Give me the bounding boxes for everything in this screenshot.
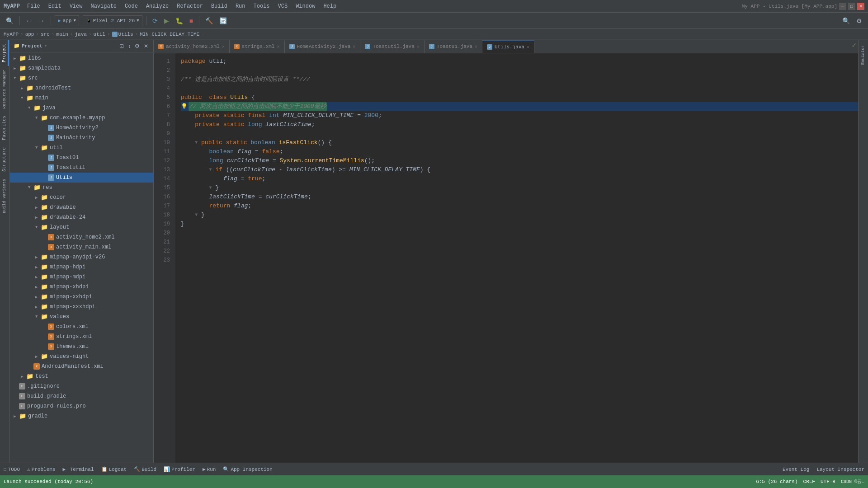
menu-file[interactable]: File [24, 2, 44, 10]
tree-item-strings-xml[interactable]: Xstrings.xml [10, 332, 153, 342]
tree-item-res[interactable]: ▼📁res [10, 183, 153, 192]
menu-help[interactable]: Help [320, 2, 340, 10]
problems-btn[interactable]: ⚠ Problems [27, 466, 55, 472]
code-area[interactable]: package util; /** 这是点击按钮之间的点击时间隔设置 **///… [175, 53, 858, 463]
bread-app[interactable]: app [25, 32, 34, 37]
debug-btn[interactable]: 🐛 [173, 16, 185, 26]
tree-item-test[interactable]: ▶📁test [10, 371, 153, 381]
tree-item-main[interactable]: ▼📁main [10, 93, 153, 103]
menu-window[interactable]: Window [292, 2, 319, 10]
emulator-tab[interactable]: Emulator [860, 42, 867, 68]
tab-close-5[interactable]: ✕ [475, 44, 477, 49]
tree-item-mipmap-hdpi[interactable]: ▶📁mipmap-hdpi [10, 262, 153, 272]
tab-toastutil-java[interactable]: J Toastutil.java ✕ [360, 40, 424, 53]
toolbar-forward-btn[interactable]: → [36, 16, 47, 26]
bread-myapp[interactable]: MyAPP [4, 32, 19, 37]
tree-settings-btn[interactable]: ⚙ [133, 42, 141, 50]
bread-main[interactable]: main [56, 32, 68, 37]
tree-item-sampledata[interactable]: ▶📁sampledata [10, 63, 153, 73]
menu-build[interactable]: Build [208, 2, 231, 10]
favorites-tab[interactable]: Favorites [1, 112, 9, 144]
tree-item-AndroidManifest-xml[interactable]: XAndroidManifest.xml [10, 361, 153, 371]
menu-refactor[interactable]: Refactor [173, 2, 207, 10]
tab-home-activity2-java[interactable]: J HomeActivity2.java ✕ [285, 40, 361, 53]
build-btn-bottom[interactable]: 🔨 Build [134, 466, 156, 472]
tree-item-java[interactable]: ▼📁java [10, 103, 153, 113]
tab-activity-home2-xml[interactable]: X activity_home2.xml ✕ [154, 40, 230, 53]
toolbar-search-btn[interactable]: 🔍 [4, 16, 16, 26]
app-selector-dropdown[interactable]: ▶ app ▼ [55, 15, 79, 26]
maximize-button[interactable]: □ [848, 3, 855, 10]
tree-item-HomeActivity2[interactable]: JHomeActivity2 [10, 123, 153, 133]
menu-run[interactable]: Run [232, 2, 249, 10]
bread-min-click[interactable]: MIN_CLICK_DELAY_TIME [140, 32, 199, 37]
tree-item-androidTest[interactable]: ▶📁androidTest [10, 83, 153, 93]
tree-item-activity-main-xml[interactable]: Xactivity_main.xml [10, 242, 153, 252]
tree-item-mipmap-xhdpi[interactable]: ▶📁mipmap-xhdpi [10, 282, 153, 292]
tree-item-layout[interactable]: ▼📁layout [10, 222, 153, 232]
run-btn[interactable]: ▶ [162, 16, 171, 26]
device-selector-dropdown[interactable]: 📱 Pixel 2 API 26 ▼ [83, 15, 142, 26]
profiler-btn[interactable]: 📊 Profiler [164, 466, 195, 472]
settings-btn[interactable]: ⚙ [854, 16, 864, 26]
menu-edit[interactable]: Edit [45, 2, 65, 10]
tree-item-mipmap-xxhdpi[interactable]: ▶📁mipmap-xxhdpi [10, 292, 153, 302]
tree-item-drawable-24[interactable]: ▶📁drawable-24 [10, 212, 153, 222]
tab-utils-java[interactable]: J Utils.java ✕ [482, 40, 534, 53]
tab-close-6[interactable]: ✕ [527, 44, 529, 50]
sync-btn[interactable]: ⟳ [150, 16, 160, 26]
tree-item-src[interactable]: ▼📁src [10, 73, 153, 83]
tree-item-colors-xml[interactable]: Xcolors.xml [10, 322, 153, 332]
tab-close-1[interactable]: ✕ [222, 44, 225, 49]
tree-item-activity-home2-xml[interactable]: Xactivity_home2.xml [10, 232, 153, 242]
event-log-btn[interactable]: Event Log [783, 467, 809, 472]
tab-strings-xml[interactable]: X strings.xml ✕ [230, 40, 285, 53]
close-panel-btn[interactable]: ✕ [142, 42, 150, 50]
app-inspection-btn[interactable]: 🔍 App Inspection [223, 466, 272, 472]
tree-item-com-example-myapp[interactable]: ▼📁com.example.myapp [10, 113, 153, 123]
resource-manager-tab[interactable]: Resource Manager [1, 66, 9, 112]
tree-item-Toast01[interactable]: JToast01 [10, 153, 153, 163]
terminal-btn[interactable]: ▶_ Terminal [62, 466, 94, 472]
tree-item-mipmap-xxxhdpi[interactable]: ▶📁mipmap-xxxhdpi [10, 302, 153, 312]
todo-btn[interactable]: ☐ TODO [4, 466, 20, 472]
logcat-btn[interactable]: 📋 Logcat [101, 466, 127, 472]
tree-item-MainActivity[interactable]: JMainActivity [10, 133, 153, 143]
tree-item-libs[interactable]: ▶📁libs [10, 53, 153, 63]
tab-close-3[interactable]: ✕ [353, 44, 355, 49]
close-button[interactable]: ✕ [857, 3, 864, 10]
build-btn[interactable]: 🔨 [203, 16, 215, 26]
bread-utils[interactable]: Utils [118, 32, 133, 37]
menu-view[interactable]: View [66, 2, 86, 10]
toolbar-back-btn[interactable]: ← [24, 16, 34, 26]
menu-navigate[interactable]: Navigate [87, 2, 120, 10]
tree-item-Utils[interactable]: JUtils [10, 173, 153, 183]
tree-item-values-night[interactable]: ▶📁values-night [10, 352, 153, 361]
layout-inspector-btn[interactable]: Layout Inspector [816, 467, 864, 472]
run-btn-bottom[interactable]: ▶ Run [203, 466, 216, 472]
structure-tab[interactable]: Structure [1, 144, 9, 175]
bulb-icon[interactable]: 💡 [181, 102, 188, 111]
tree-item-proguard-rules-pro[interactable]: Fproguard-rules.pro [10, 401, 153, 411]
tab-toast01-java[interactable]: J Toast01.java ✕ [425, 40, 482, 53]
bread-util[interactable]: util [94, 32, 105, 37]
tree-item-mipmap-anydpi-v26[interactable]: ▶📁mipmap-anydpi-v26 [10, 252, 153, 262]
tab-close-4[interactable]: ✕ [417, 44, 420, 49]
stop-btn[interactable]: ■ [187, 16, 195, 26]
project-tab[interactable]: Project [1, 40, 9, 66]
tree-item-gradle[interactable]: ▶📁gradle [10, 411, 153, 421]
menu-code[interactable]: Code [121, 2, 142, 10]
collapse-tree-btn[interactable]: ↕ [127, 42, 132, 50]
bread-src[interactable]: src [41, 32, 50, 37]
build-variants-tab[interactable]: Build Variants [1, 175, 9, 217]
tree-item-Toastutil[interactable]: JToastutil [10, 163, 153, 173]
tree-item-build-gradle[interactable]: Fbuild.gradle [10, 391, 153, 401]
menu-analyze[interactable]: Analyze [142, 2, 172, 10]
tree-item-drawable[interactable]: ▶📁drawable [10, 202, 153, 212]
bread-java[interactable]: java [75, 32, 86, 37]
tree-item-mipmap-mdpi[interactable]: ▶📁mipmap-mdpi [10, 272, 153, 282]
menu-vcs[interactable]: VCS [274, 2, 292, 10]
tab-close-2[interactable]: ✕ [277, 44, 279, 49]
minimize-button[interactable]: ─ [839, 3, 846, 10]
tree-item-values[interactable]: ▼📁values [10, 312, 153, 322]
